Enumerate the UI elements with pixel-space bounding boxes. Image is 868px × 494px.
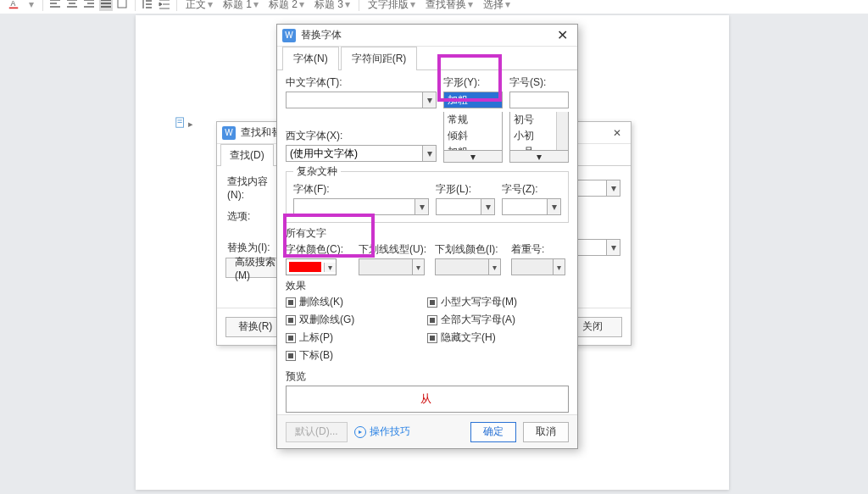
- tips-link[interactable]: ▸ 操作技巧: [354, 425, 410, 439]
- western-font-input[interactable]: [287, 146, 422, 161]
- scrollbar[interactable]: [556, 112, 568, 150]
- underline-color-combo[interactable]: ▾: [435, 258, 501, 275]
- size-listbox[interactable]: 初号 小初 一号: [509, 112, 569, 151]
- superscript-checkbox[interactable]: 上标(P): [286, 330, 427, 345]
- list-item[interactable]: 倾斜: [444, 128, 502, 144]
- western-font-combo[interactable]: ▾: [286, 145, 437, 162]
- underline-type-label: 下划线线型(U):: [359, 242, 428, 257]
- all-text-label: 所有文字: [286, 226, 569, 241]
- replace-with-label: 替换为(I):: [227, 241, 281, 255]
- hidden-checkbox[interactable]: 隐藏文字(H): [427, 330, 569, 345]
- style-h3[interactable]: 标题 3▾: [311, 0, 353, 14]
- font-size-combo[interactable]: [509, 92, 569, 108]
- chevron-down-icon[interactable]: ▾: [324, 263, 336, 272]
- cstyle-label: 字形(L):: [436, 182, 495, 197]
- complex-label: 复杂文种: [293, 164, 341, 179]
- chinese-font-label: 中文字体(T):: [286, 75, 437, 90]
- chevron-down-icon[interactable]: ▾: [415, 199, 428, 214]
- underline-color-icon[interactable]: A: [7, 0, 20, 11]
- chevron-down-icon[interactable]: ▾: [547, 199, 560, 214]
- font-color-label: 字体颜色(C):: [286, 242, 352, 257]
- chevron-down-icon[interactable]: ▾: [412, 259, 424, 275]
- chevron-down-icon[interactable]: ▾: [553, 259, 565, 275]
- font-size-input[interactable]: [510, 92, 568, 108]
- separator: [42, 0, 43, 11]
- preview-box: 从: [286, 386, 569, 413]
- align-justify-icon[interactable]: [99, 0, 113, 11]
- tab-spacing[interactable]: 字符间距(R): [341, 47, 418, 70]
- subscript-checkbox[interactable]: 下标(B): [286, 348, 427, 363]
- style-normal[interactable]: 正文▾: [182, 0, 216, 14]
- size-label: 字号(S):: [509, 75, 569, 90]
- align-right-icon[interactable]: [82, 0, 96, 11]
- checkbox-icon: [286, 315, 296, 325]
- underline-type-combo[interactable]: ▾: [359, 258, 425, 275]
- smallcaps-checkbox[interactable]: 小型大写字母(M): [427, 295, 569, 309]
- indent-icon[interactable]: [158, 0, 171, 11]
- svg-rect-4: [178, 120, 182, 121]
- style-h1[interactable]: 标题 1▾: [220, 0, 262, 14]
- checkbox-icon: [427, 297, 437, 308]
- find-dialog-close-button[interactable]: ✕: [609, 125, 626, 142]
- cfont-label: 字体(F):: [293, 182, 429, 197]
- ok-button[interactable]: 确定: [470, 422, 516, 442]
- align-center-icon[interactable]: [65, 0, 79, 11]
- replace-with-dropdown[interactable]: ▾: [607, 239, 620, 256]
- chevron-down-icon[interactable]: ▾: [481, 199, 494, 214]
- find-replace[interactable]: 查找替换▾: [422, 0, 476, 14]
- style-h2[interactable]: 标题 2▾: [265, 0, 308, 14]
- dstrike-checkbox[interactable]: 双删除线(G): [286, 313, 427, 327]
- cancel-button[interactable]: 取消: [523, 422, 569, 442]
- align-left-icon[interactable]: [48, 0, 62, 11]
- preview-label: 预览: [286, 369, 569, 384]
- checkbox-icon: [286, 297, 296, 308]
- checkbox-icon: [286, 333, 296, 343]
- underline-color-label: 下划线颜色(I):: [435, 242, 504, 257]
- options-label: 选项:: [227, 209, 281, 224]
- svg-text:A: A: [11, 0, 16, 8]
- complex-font-combo[interactable]: ▾: [293, 198, 429, 215]
- line-spacing-icon[interactable]: [141, 0, 154, 11]
- chinese-font-combo[interactable]: ▾: [286, 92, 437, 108]
- ribbon-row: A ▾ 正文▾ 标题 1▾ 标题 2▾ 标题 3▾ 文字排版▾ 查找替换▾ 选择…: [0, 0, 868, 14]
- font-color-combo[interactable]: ▾: [286, 258, 337, 275]
- chevron-down-icon[interactable]: ▾: [443, 151, 503, 163]
- find-what-label: 查找内容(N):: [227, 175, 281, 201]
- separator: [176, 0, 177, 11]
- list-item[interactable]: 常规: [444, 112, 502, 128]
- doc-icon: [175, 117, 186, 131]
- text-layout[interactable]: 文字排版▾: [364, 0, 419, 14]
- chevron-down-icon[interactable]: ▾: [488, 259, 500, 275]
- chevron-down-icon[interactable]: ▾: [509, 151, 569, 163]
- style-listbox[interactable]: 常规 倾斜 加粗: [443, 112, 503, 151]
- checkbox-icon: [286, 351, 296, 361]
- font-style-input[interactable]: [444, 92, 502, 108]
- chinese-font-input[interactable]: [287, 92, 422, 108]
- color-swatch: [289, 262, 321, 272]
- chevron-down-icon[interactable]: ▾: [422, 92, 436, 108]
- font-dialog-close-button[interactable]: ✕: [552, 26, 572, 45]
- ribbon-drop-1[interactable]: ▾: [24, 0, 37, 12]
- tab-font[interactable]: 字体(N): [282, 47, 339, 70]
- chevron-down-icon[interactable]: ▾: [422, 146, 436, 161]
- find-what-dropdown[interactable]: ▾: [607, 180, 620, 197]
- select[interactable]: 选择▾: [480, 0, 514, 14]
- effects-label: 效果: [286, 279, 569, 293]
- font-style-combo[interactable]: [443, 92, 503, 108]
- fill-icon[interactable]: [116, 0, 130, 11]
- replace-font-dialog: W 替换字体 ✕ 字体(N) 字符间距(R) 中文字体(T): ▾ 字形(Y):: [276, 24, 578, 449]
- western-font-label: 西文字体(X):: [286, 129, 437, 143]
- svg-rect-2: [118, 0, 126, 8]
- tab-find[interactable]: 查找(D): [220, 144, 274, 166]
- font-dialog-titlebar[interactable]: W 替换字体 ✕: [277, 25, 577, 47]
- emphasis-combo[interactable]: ▾: [511, 258, 565, 275]
- checkbox-icon: [427, 315, 437, 325]
- complex-size-combo[interactable]: ▾: [502, 198, 561, 215]
- app-logo-icon: W: [282, 29, 296, 42]
- checkbox-icon: [427, 333, 437, 343]
- font-dialog-title: 替换字体: [301, 28, 552, 42]
- strike-checkbox[interactable]: 删除线(K): [286, 295, 427, 309]
- emphasis-label: 着重号:: [511, 242, 565, 257]
- allcaps-checkbox[interactable]: 全部大写字母(A): [427, 313, 569, 327]
- complex-style-combo[interactable]: ▾: [436, 198, 495, 215]
